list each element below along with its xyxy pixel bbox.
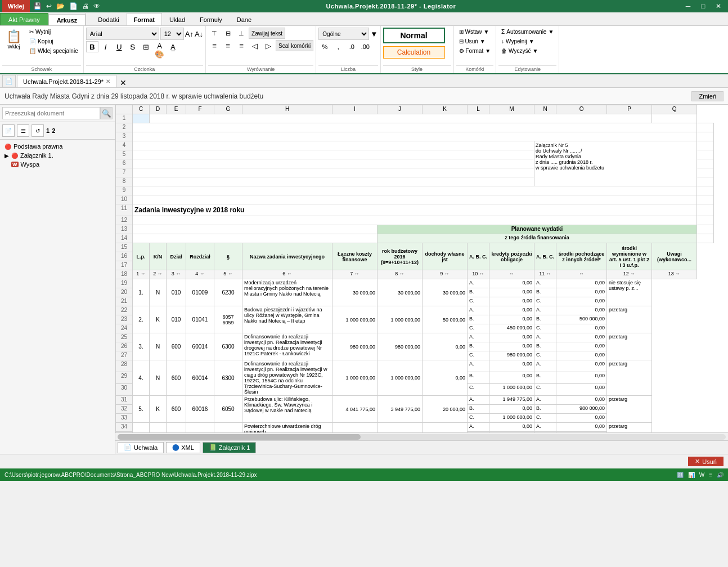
wklej-specjalnie-btn[interactable]: 📋Wklej specjalnie	[26, 47, 81, 55]
cell-srodki-2a[interactable]: 0,00	[556, 306, 607, 315]
cell-rok-4[interactable]: 1 000 000,00	[378, 360, 423, 396]
doc-tab-close[interactable]: ✕	[106, 78, 110, 84]
cell-kn-3[interactable]: N	[150, 333, 167, 360]
cell-abc-5c[interactable]: C.	[468, 414, 489, 423]
border-btn[interactable]: ⊞	[140, 41, 152, 52]
italic-btn[interactable]: I	[100, 41, 112, 52]
cell-dzial-1[interactable]: 010	[167, 279, 186, 306]
tab-uchwala[interactable]: 📄 Uchwała	[118, 442, 164, 453]
col-header-M[interactable]: M	[489, 105, 534, 114]
scalaj-btn[interactable]: Scal komórki	[276, 40, 313, 51]
cell-rozdzial-5[interactable]: 60016	[186, 396, 214, 423]
tree-item-podstawa[interactable]: 🔴 Podstawa prawna	[0, 142, 115, 151]
usun-komorki-btn[interactable]: ⊟Usuń▼	[456, 37, 488, 46]
autosumowanie-btn[interactable]: ΣAutosumowanie▼	[498, 28, 556, 36]
cell-abc2-1b[interactable]: B.	[534, 288, 556, 297]
tab-format[interactable]: Format	[127, 13, 162, 25]
cell-kredyt-5c[interactable]: 1 000 000,00	[489, 414, 534, 423]
cell-srodki-2b[interactable]: 500 000,00	[556, 315, 607, 324]
zmien-button[interactable]: Zmień	[691, 91, 723, 101]
cell-kredyt-1a[interactable]: 0,00	[489, 279, 534, 288]
col-header-L[interactable]: L	[468, 105, 489, 114]
align-top-btn[interactable]: ⊤	[208, 28, 221, 39]
cell-kredyt-3a[interactable]: 0,00	[489, 333, 534, 342]
cell-rozdzial-4[interactable]: 60014	[186, 360, 214, 396]
cell-uwagi-3[interactable]: przetarg	[607, 333, 652, 360]
bold-btn[interactable]: B	[86, 41, 98, 52]
cell-Q1[interactable]	[652, 114, 697, 123]
close-doc-btn[interactable]: ✕	[116, 78, 130, 87]
tab-akt-prawny[interactable]: Akt Prawny	[0, 13, 48, 25]
cell-rozdzial-3[interactable]: 60014	[186, 333, 214, 360]
cell-rozdzial-2[interactable]: 01041	[186, 306, 214, 333]
cell-abc-3a[interactable]: A.	[468, 333, 489, 342]
align-left-btn[interactable]: ≡	[208, 40, 221, 51]
cell-C1[interactable]	[133, 114, 150, 123]
cell-rok-5[interactable]: 3 949 775,00	[378, 396, 423, 423]
cell-laczne-1[interactable]: 30 000,00	[332, 279, 378, 306]
cell-rok-3[interactable]: 980 000,00	[378, 333, 423, 360]
cell-kredyt-2b[interactable]: 0,00	[489, 315, 534, 324]
cell-laczne-5[interactable]: 4 041 775,00	[332, 396, 378, 423]
col-header-G[interactable]: G	[214, 105, 242, 114]
cell-nazwa-2[interactable]: Budowa pieszojezdni i wjazdów na ulicy R…	[242, 306, 332, 333]
tree-item-wyspa[interactable]: W Wyspa	[0, 160, 115, 169]
cell-abc2-2c[interactable]: C.	[534, 324, 556, 333]
col-header-E[interactable]: E	[167, 105, 186, 114]
cell-rok-6[interactable]: 640 000,00	[378, 423, 423, 433]
search-input[interactable]	[2, 107, 100, 119]
print-quick-btn[interactable]: 🖨	[81, 2, 90, 11]
cell-abc-1c[interactable]: C.	[468, 297, 489, 306]
cell-abc2-1c[interactable]: C.	[534, 297, 556, 306]
cell-dochody-3[interactable]: 0,00	[423, 333, 468, 360]
cell-abc2-6a[interactable]: A.	[534, 423, 556, 432]
fill-color-btn[interactable]: A🎨	[154, 41, 166, 52]
cell-abc-5a[interactable]: A.	[468, 396, 489, 405]
undo-quick-btn[interactable]: ↩	[45, 2, 53, 11]
cell-dzial-3[interactable]: 600	[167, 333, 186, 360]
zawijaj-btn[interactable]: Zawijaj tekst	[249, 28, 285, 39]
cell-abc2-4c[interactable]: C.	[534, 384, 556, 396]
cell-abc2-5c[interactable]: C.	[534, 414, 556, 423]
cell-kredyt-1c[interactable]: 0,00	[489, 297, 534, 306]
comma-btn[interactable]: ,	[332, 41, 344, 52]
cell-uwagi-1[interactable]: nie stosuje się ustawy p. z...	[607, 279, 652, 306]
cell-abc2-5b[interactable]: B.	[534, 405, 556, 414]
cell-srodki-5a[interactable]: 0,00	[556, 396, 607, 405]
tab-arkusz[interactable]: Arkusz	[48, 14, 86, 25]
cell-dochody-2[interactable]: 50 000,00	[423, 306, 468, 333]
cell-srodki-6a[interactable]: 0,00	[556, 423, 607, 432]
open-quick-btn[interactable]: 📂	[55, 2, 66, 11]
cell-dochody-4[interactable]: 0,00	[423, 360, 468, 396]
align-right-btn[interactable]: ≡	[235, 40, 248, 51]
cell-dzial-6[interactable]: 600	[167, 423, 186, 433]
horizontal-scrollbar[interactable]	[115, 432, 728, 440]
cell-kn-6[interactable]: N	[150, 423, 167, 433]
cell-kredyt-4a[interactable]: 0,00	[489, 360, 534, 372]
cell-srodki-3c[interactable]: 0,00	[556, 351, 607, 360]
scroll-thumb[interactable]	[118, 434, 361, 440]
cell-abc2-3b[interactable]: B.	[534, 342, 556, 351]
col-header-O[interactable]: O	[556, 105, 607, 114]
cell-srodki-5b[interactable]: 980 000,00	[556, 405, 607, 414]
cell-srodki-4b[interactable]: 0,00	[556, 372, 607, 384]
cell-srodki-1a[interactable]: 0,00	[556, 279, 607, 288]
cell-para-5[interactable]: 6050	[214, 396, 242, 423]
number-format-select[interactable]: Ogólne	[318, 28, 369, 40]
cell-kn-5[interactable]: K	[150, 396, 167, 423]
doc-tab-main[interactable]: Uchwala.Projekt.2018-11-29* ✕	[17, 75, 116, 87]
number-format-dropdown[interactable]: ▼	[370, 30, 378, 38]
cell-srodki-5c[interactable]: 0,00	[556, 414, 607, 423]
cell-kredyt-3b[interactable]: 0,00	[489, 342, 534, 351]
style-normal[interactable]: Normal	[383, 28, 445, 43]
dec-dec-btn[interactable]: .00	[359, 41, 371, 52]
format-komorki-btn[interactable]: ⚙Format▼	[456, 47, 494, 55]
panel-refresh-btn[interactable]: ↺	[32, 124, 44, 137]
cell-dzial-5[interactable]: 600	[167, 396, 186, 423]
cell-abc-3b[interactable]: B.	[468, 342, 489, 351]
cell-srodki-2c[interactable]: 0,00	[556, 324, 607, 333]
align-bot-btn[interactable]: ⊥	[235, 28, 248, 39]
file-button[interactable]: Wklej	[2, 0, 30, 12]
underline-btn[interactable]: U	[113, 41, 125, 52]
cell-abc2-4a[interactable]: A.	[534, 360, 556, 372]
